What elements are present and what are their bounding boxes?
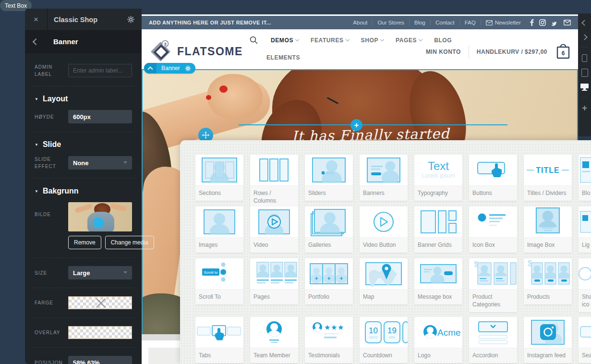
slide-effect-select[interactable]: None: [68, 156, 132, 170]
topbar-newsletter-link[interactable]: Newsletter: [481, 20, 526, 25]
topbar-link-our-stores[interactable]: Our Stores: [373, 20, 409, 25]
focal-point-dot[interactable]: [93, 218, 104, 228]
menu-item-shop[interactable]: SHOP: [361, 37, 384, 44]
banner-settings-gear-icon[interactable]: [184, 63, 195, 73]
tablet-preview-icon[interactable]: [578, 65, 591, 80]
divider: [581, 47, 588, 48]
svg-text:TITLE: TITLE: [536, 166, 559, 174]
element-tile-product-categories[interactable]: $Product Categories: [469, 258, 517, 312]
element-tile-accordion[interactable]: Accordion: [469, 317, 517, 363]
element-tile-label: Logo: [414, 348, 462, 363]
flatsome-logo[interactable]: 3 FLATSOME: [149, 39, 243, 64]
menu-item-elements[interactable]: ELEMENTS: [266, 54, 300, 61]
element-tile-scroll-to[interactable]: Scroll toScroll To: [195, 258, 243, 304]
element-tile-logo[interactable]: AcmeLogo: [414, 317, 462, 363]
element-tile-sliders[interactable]: Sliders: [305, 155, 353, 201]
search-icon[interactable]: [250, 36, 258, 44]
posisjon-input[interactable]: [68, 356, 132, 364]
menu-item-features[interactable]: FEATURES: [311, 37, 349, 44]
redo-chevron-right-icon[interactable]: [578, 30, 591, 44]
account-link[interactable]: MIN KONTO: [426, 49, 461, 55]
admin-label-input[interactable]: [68, 64, 132, 77]
add-element-icon[interactable]: +: [578, 101, 591, 115]
element-tile-portfolio[interactable]: +++Portfolio: [305, 258, 353, 304]
undo-chevron-left-icon[interactable]: [578, 15, 591, 30]
cart-bag-icon[interactable]: 6: [555, 42, 571, 62]
section-slide[interactable]: ▼ Slide: [35, 140, 132, 149]
element-tile-countdown[interactable]: 10DAYS19MINCountdown: [360, 317, 408, 363]
cart-link[interactable]: HANDLEKURV / $297,00: [477, 49, 547, 55]
galleries-icon: [305, 206, 353, 237]
overlay-swatch-empty[interactable]: [68, 326, 132, 339]
banner-element-toolbar[interactable]: Banner: [144, 63, 195, 73]
element-tile-rows-columns[interactable]: Rows / Columns: [250, 155, 298, 208]
photo-nail: [219, 85, 228, 93]
facebook-icon[interactable]: [530, 19, 534, 26]
flatsome-logo-icon: 3: [149, 39, 172, 64]
element-tile-sections[interactable]: Sections: [195, 155, 243, 201]
sidebar-body: ADMIN LABEL ▼ Layout HØYDE ▼ Slide SLIDE…: [25, 53, 142, 364]
mobile-preview-icon[interactable]: [578, 51, 591, 65]
size-select[interactable]: Large: [68, 266, 132, 279]
builder-settings-gear-icon[interactable]: [127, 15, 142, 24]
site-topbar: ADD ANYTHING HERE OR JUST REMOVE IT... A…: [142, 16, 578, 29]
images-icon: [195, 206, 243, 237]
topbar-link-contact[interactable]: Contact: [431, 20, 459, 25]
element-tile-label: Sha ico: [579, 289, 591, 312]
element-tile-video[interactable]: Video: [250, 206, 298, 253]
svg-text:DAYS: DAYS: [369, 336, 378, 339]
team-member-icon: [250, 317, 298, 348]
topbar-links: About Our Stores Blog Contact FAQ Newsle…: [348, 19, 571, 26]
element-tile-pages[interactable]: Pages: [250, 258, 298, 304]
element-tile-video-button[interactable]: Video Button: [360, 206, 408, 253]
element-tile-blog-cut[interactable]: Blo: [579, 155, 591, 201]
topbar-link-blog[interactable]: Blog: [410, 20, 430, 25]
element-tile-banner-grids[interactable]: Banner Grids: [414, 206, 462, 253]
element-tile-icon-box[interactable]: Icon Box: [469, 206, 517, 253]
element-panel-title: Banner: [47, 37, 78, 46]
element-tile-message-box[interactable]: Message box: [414, 258, 462, 304]
divider: [33, 257, 134, 258]
element-tile-team-member[interactable]: Team Member: [250, 317, 298, 363]
background-image-thumbnail[interactable]: [68, 202, 132, 231]
element-tile-titles-dividers[interactable]: TITLETitles / Dividers: [524, 155, 572, 201]
section-layout[interactable]: ▼ Layout: [35, 95, 132, 103]
element-tile-typography[interactable]: TextLorem ipsumTypography: [414, 155, 462, 201]
collapse-icon[interactable]: [144, 63, 157, 73]
slide-effect-field: SLIDE EFFECT None: [35, 156, 132, 170]
element-tile-label: Titles / Dividers: [524, 185, 572, 201]
menu-item-pages[interactable]: PAGES: [396, 37, 422, 44]
element-tile-image-box[interactable]: Image Box: [524, 206, 572, 253]
color-swatch-empty[interactable]: [68, 296, 132, 309]
element-tile-map[interactable]: Map: [360, 258, 408, 304]
back-chevron-icon[interactable]: [25, 39, 47, 44]
menu-item-demos[interactable]: DEMOS: [271, 37, 299, 44]
hoyde-input[interactable]: [68, 110, 132, 123]
element-tile-banners[interactable]: Banners: [360, 155, 408, 201]
topbar-link-faq[interactable]: FAQ: [460, 20, 481, 25]
element-tile-buttons[interactable]: Buttons: [469, 155, 517, 201]
desktop-preview-icon[interactable]: [578, 80, 591, 94]
close-icon[interactable]: ×: [25, 9, 48, 30]
element-tile-tabs[interactable]: Tabs: [195, 317, 243, 363]
remove-image-button[interactable]: Remove: [68, 236, 101, 249]
element-tile-images[interactable]: Images: [195, 206, 243, 253]
element-tile-label: Map: [360, 289, 408, 304]
element-tile-galleries[interactable]: Galleries: [305, 206, 353, 253]
element-tile-share-cut[interactable]: Sha ico: [579, 258, 591, 312]
twitter-icon[interactable]: [551, 20, 558, 26]
element-tile-instagram-feed[interactable]: Instagram feed: [524, 317, 572, 363]
element-tile-testimonials[interactable]: ★★★Testimonials: [305, 317, 353, 363]
bilde-field: BILDE Remove Change media: [35, 202, 132, 249]
section-bakgrunn[interactable]: ▼ Bakgrunn: [35, 187, 132, 195]
chevron-down-icon: [295, 37, 299, 41]
pages-icon: [250, 258, 298, 289]
change-media-button[interactable]: Change media: [105, 236, 154, 249]
element-tile-search-cut[interactable]: Sea: [579, 317, 591, 363]
email-icon[interactable]: [564, 20, 571, 25]
instagram-icon[interactable]: [539, 19, 546, 26]
element-tile-lightbox-cut[interactable]: Lig: [579, 206, 591, 253]
add-element-plus-button[interactable]: +: [350, 119, 362, 131]
element-tile-products[interactable]: $Products: [524, 258, 572, 304]
topbar-link-about[interactable]: About: [348, 20, 372, 25]
